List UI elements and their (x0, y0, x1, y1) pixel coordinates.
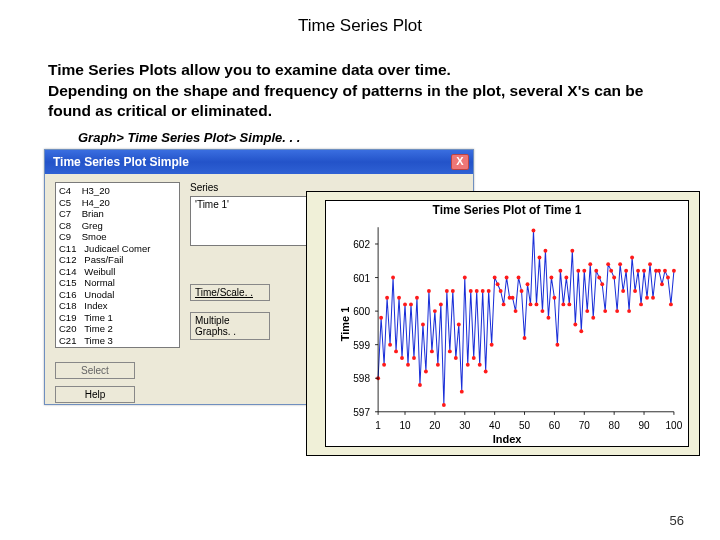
svg-point-15 (421, 323, 425, 327)
svg-point-88 (639, 303, 643, 307)
svg-point-7 (397, 296, 401, 300)
column-list-item[interactable]: C7 Brian (59, 208, 176, 220)
svg-point-68 (579, 329, 583, 333)
svg-point-42 (502, 303, 506, 307)
svg-point-46 (514, 309, 518, 313)
svg-point-31 (469, 289, 473, 293)
svg-point-25 (451, 289, 455, 293)
svg-point-70 (585, 309, 589, 313)
column-list-item[interactable]: C4 H3_20 (59, 185, 176, 197)
y-tick-label: 597 (353, 406, 370, 417)
svg-point-89 (642, 269, 646, 273)
column-list-item[interactable]: C16 Unodal (59, 289, 176, 301)
series-input[interactable]: 'Time 1' (190, 196, 315, 246)
column-list-item[interactable]: C22 Time 4 (59, 346, 176, 348)
svg-point-56 (544, 249, 548, 253)
chart-x-axis-label: Index (493, 433, 522, 445)
svg-point-69 (582, 269, 586, 273)
svg-point-23 (445, 289, 449, 293)
page-number: 56 (670, 513, 684, 528)
column-list-item[interactable]: C18 Index (59, 300, 176, 312)
svg-point-61 (558, 269, 562, 273)
svg-point-4 (388, 343, 392, 347)
x-tick-label: 50 (519, 420, 530, 431)
svg-point-2 (382, 363, 386, 367)
column-listbox[interactable]: C4 H3_20C5 H4_20C7 BrianC8 GregC9 SmoeC1… (55, 182, 180, 348)
column-list-item[interactable]: C14 Weibull (59, 266, 176, 278)
svg-point-66 (573, 323, 577, 327)
series-label: Series (190, 182, 218, 193)
description-line-2: Depending on the shape and frequency of … (48, 81, 672, 120)
column-list-item[interactable]: C8 Greg (59, 220, 176, 232)
svg-point-45 (511, 296, 515, 300)
svg-point-35 (481, 289, 485, 293)
column-list-item[interactable]: C19 Time 1 (59, 312, 176, 324)
svg-point-83 (624, 269, 628, 273)
svg-point-5 (391, 276, 395, 280)
x-tick-label: 1 (375, 420, 381, 431)
svg-point-52 (532, 229, 536, 233)
svg-point-13 (415, 296, 419, 300)
x-tick-label: 90 (638, 420, 649, 431)
x-tick-label: 80 (609, 420, 620, 431)
svg-point-34 (478, 363, 482, 367)
svg-point-26 (454, 356, 458, 360)
multiple-graphs-button-label: Multiple Graphs. . (195, 315, 236, 337)
x-tick-label: 10 (399, 420, 410, 431)
column-list-item[interactable]: C11 Judicael Comer (59, 243, 176, 255)
x-tick-label: 30 (459, 420, 470, 431)
select-button[interactable]: Select (55, 362, 135, 379)
svg-point-17 (427, 289, 431, 293)
svg-point-51 (529, 303, 533, 307)
svg-point-99 (672, 269, 676, 273)
svg-point-72 (591, 316, 595, 320)
svg-point-76 (603, 309, 607, 313)
svg-point-85 (630, 256, 634, 260)
svg-point-94 (657, 269, 661, 273)
svg-point-41 (499, 289, 503, 293)
svg-point-49 (523, 336, 527, 340)
column-list-item[interactable]: C20 Time 2 (59, 323, 176, 335)
column-list-item[interactable]: C12 Pass/Fail (59, 254, 176, 266)
dialog-titlebar[interactable]: Time Series Plot Simple X (45, 150, 473, 174)
chart-y-axis-label: Time 1 (339, 306, 351, 341)
menu-path: Graph> Time Series Plot> Simple. . . (78, 130, 720, 145)
column-list-item[interactable]: C21 Time 3 (59, 335, 176, 347)
svg-point-18 (430, 350, 434, 354)
svg-point-92 (651, 296, 655, 300)
svg-point-98 (669, 303, 673, 307)
svg-point-19 (433, 309, 437, 313)
svg-point-27 (457, 323, 461, 327)
chart-svg (372, 221, 678, 418)
svg-point-63 (564, 276, 568, 280)
svg-point-3 (385, 296, 389, 300)
svg-point-48 (520, 289, 524, 293)
svg-point-77 (606, 262, 610, 266)
svg-point-82 (621, 289, 625, 293)
svg-point-62 (561, 303, 565, 307)
page-title: Time Series Plot (0, 16, 720, 36)
multiple-graphs-button[interactable]: Multiple Graphs. . (190, 312, 270, 340)
column-list-item[interactable]: C5 H4_20 (59, 197, 176, 209)
svg-point-43 (505, 276, 509, 280)
column-list-item[interactable]: C15 Normal (59, 277, 176, 289)
svg-point-78 (609, 269, 613, 273)
column-list-item[interactable]: C9 Smoe (59, 231, 176, 243)
svg-point-90 (645, 296, 649, 300)
timescale-button-label: Time/Scale. . (195, 287, 253, 298)
svg-point-38 (490, 343, 494, 347)
chart-plot-area (372, 221, 678, 418)
svg-point-96 (663, 269, 667, 273)
svg-point-65 (570, 249, 574, 253)
svg-point-16 (424, 370, 428, 374)
x-tick-label: 70 (579, 420, 590, 431)
svg-point-80 (615, 309, 619, 313)
close-icon[interactable]: X (451, 154, 469, 170)
help-button[interactable]: Help (55, 386, 135, 403)
svg-point-87 (636, 269, 640, 273)
y-tick-label: 598 (353, 373, 370, 384)
svg-point-22 (442, 403, 446, 407)
svg-point-11 (409, 303, 413, 307)
svg-point-79 (612, 276, 616, 280)
timescale-button[interactable]: Time/Scale. . (190, 284, 270, 301)
